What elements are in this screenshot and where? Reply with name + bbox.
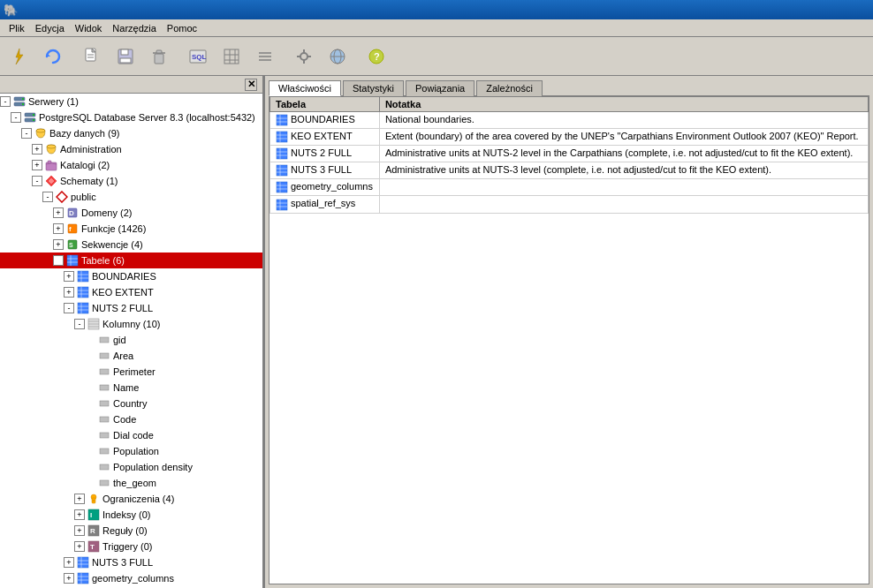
tree-toggle-sequences[interactable]: +	[53, 239, 64, 250]
tree-item-servers[interactable]: -Serwery (1)	[0, 94, 262, 109]
tree-item-sequences[interactable]: +SSekwencje (4)	[0, 237, 262, 253]
tree-item-public[interactable]: -public	[0, 189, 262, 205]
tree-icon-admin	[44, 142, 58, 156]
map-button[interactable]	[322, 41, 353, 72]
tree-toggle-keo[interactable]: +	[64, 287, 74, 298]
tree-item-tables[interactable]: -Tabele (6)	[0, 253, 262, 268]
tree-toggle-boundaries[interactable]: +	[64, 271, 74, 282]
tree-item-col-perimeter[interactable]: Perimeter	[0, 364, 262, 380]
table-row[interactable]: KEO EXTENTExtent (boundary) of the area …	[270, 129, 869, 146]
toolbar: SQL	[0, 37, 873, 76]
main-layout: ✕ -Serwery (1)-PostgreSQL Database Serve…	[0, 76, 873, 588]
tree-toggle-triggers[interactable]: +	[74, 541, 85, 552]
menu-bar: PlikEdycjaWidokNarzędziaPomoc	[0, 19, 873, 37]
tab-statystyki[interactable]: Statystyki	[343, 80, 404, 96]
tree-item-server1[interactable]: -PostgreSQL Database Server 8.3 (localho…	[0, 109, 262, 125]
tools-button[interactable]	[288, 41, 320, 72]
tree-item-nuts2[interactable]: -NUTS 2 FULL	[0, 300, 262, 316]
file-button[interactable]	[76, 41, 108, 72]
tree-toggle-rules[interactable]: +	[74, 525, 85, 536]
menu-item-edycja[interactable]: Edycja	[30, 22, 70, 34]
tab-zaleznosci[interactable]: Zależności	[476, 80, 543, 96]
tree-item-columns[interactable]: -Kolumny (10)	[0, 316, 262, 332]
svg-point-43	[47, 145, 56, 148]
tree-toggle-public[interactable]: -	[42, 192, 53, 202]
tree-toggle-servers[interactable]: -	[0, 96, 11, 107]
tree-toggle-catalogs[interactable]: +	[32, 160, 42, 170]
menu-item-plik[interactable]: Plik	[4, 22, 30, 34]
tree-item-keo[interactable]: +KEO EXTENT	[0, 284, 262, 300]
svg-text:T: T	[90, 543, 95, 551]
tree-item-col-code[interactable]: Code	[0, 411, 262, 427]
tree-item-boundaries[interactable]: +BOUNDARIES	[0, 268, 262, 284]
connect-button[interactable]	[4, 41, 35, 72]
tree-item-rules[interactable]: +RReguły (0)	[0, 523, 262, 539]
svg-rect-67	[78, 303, 88, 313]
tree-toggle-nuts2[interactable]: -	[64, 303, 74, 313]
tree-toggle-tables[interactable]: -	[53, 255, 64, 266]
tree-toggle-nuts3[interactable]: +	[64, 557, 74, 568]
menu-item-narzędzia[interactable]: Narzędzia	[107, 22, 162, 34]
tree-item-col-name[interactable]: Name	[0, 380, 262, 396]
tree-item-col-population[interactable]: Population	[0, 443, 262, 459]
tree-item-geom-cols[interactable]: +geometry_columns	[0, 570, 262, 586]
refresh-button[interactable]	[37, 41, 69, 72]
tree-label-server1: PostgreSQL Database Server 8.3 (localhos…	[39, 112, 255, 123]
svg-rect-84	[100, 480, 109, 486]
tree-toggle-domains[interactable]: +	[53, 207, 64, 218]
tree-item-functions[interactable]: +fFunkcje (1426)	[0, 221, 262, 237]
tree-icon-col-country	[97, 396, 111, 411]
tree-item-triggers[interactable]: +TTriggery (0)	[0, 539, 262, 554]
tree-toggle-server1[interactable]: -	[11, 112, 21, 123]
list-button[interactable]	[249, 41, 281, 72]
tree-toggle-constraints[interactable]: +	[74, 494, 85, 504]
svg-text:I: I	[90, 511, 92, 519]
svg-rect-98	[78, 573, 88, 584]
tree-item-databases[interactable]: -Bazy danych (9)	[0, 125, 262, 141]
table-row[interactable]: spatial_ref_sys	[270, 196, 869, 213]
tree-item-nuts3[interactable]: +NUTS 3 FULL	[0, 554, 262, 570]
tree-item-domains[interactable]: +DDomeny (2)	[0, 205, 262, 221]
help-button[interactable]: ?	[361, 41, 392, 72]
menu-item-widok[interactable]: Widok	[70, 22, 108, 34]
table-row[interactable]: NUTS 3 FULLAdministrative units at NUTS-…	[270, 162, 869, 179]
tree-toggle-indexes[interactable]: +	[74, 509, 85, 520]
tree-item-col-popdensity[interactable]: Population density	[0, 459, 262, 475]
menu-item-pomoc[interactable]: Pomoc	[162, 22, 202, 34]
tree-icon-boundaries	[76, 269, 90, 283]
tab-powiazania[interactable]: Powiązania	[406, 80, 474, 96]
tree-toggle-schemas[interactable]: -	[32, 176, 42, 186]
tree-label-admin: Administration	[60, 144, 122, 155]
tree-item-admin[interactable]: +Administration	[0, 141, 262, 157]
left-panel: ✕ -Serwery (1)-PostgreSQL Database Serve…	[0, 76, 265, 588]
tree-toggle-databases[interactable]: -	[21, 128, 32, 139]
tree-toggle-columns[interactable]: -	[74, 319, 85, 329]
save-button[interactable]	[110, 41, 141, 72]
table-row[interactable]: NUTS 2 FULLAdministrative units at NUTS-…	[270, 146, 869, 162]
tree-item-col-area[interactable]: Area	[0, 348, 262, 364]
tree-item-indexes[interactable]: +IIndeksy (0)	[0, 507, 262, 523]
tree-item-col-geom[interactable]: the_geom	[0, 475, 262, 491]
tree-item-col-country[interactable]: Country	[0, 396, 262, 411]
tree-item-catalogs[interactable]: +Katalogi (2)	[0, 157, 262, 173]
table-row[interactable]: BOUNDARIESNational boundaries.	[270, 112, 869, 129]
table-row[interactable]: geometry_columns	[270, 179, 869, 196]
panel-close-button[interactable]: ✕	[245, 79, 257, 91]
tree-label-col-perimeter: Perimeter	[113, 366, 156, 377]
tree-label-col-area: Area	[113, 351, 133, 361]
tree-toggle-functions[interactable]: +	[53, 223, 64, 234]
tree-item-col-gid[interactable]: gid	[0, 332, 262, 348]
grid-button[interactable]	[216, 41, 247, 72]
tree-toggle-geom-cols[interactable]: +	[64, 573, 74, 584]
tree-item-constraints[interactable]: +Ograniczenia (4)	[0, 491, 262, 507]
svg-rect-63	[78, 287, 88, 298]
sql-button[interactable]: SQL	[182, 41, 214, 72]
svg-rect-79	[100, 401, 109, 406]
tree-item-schemas[interactable]: -Schematy (1)	[0, 173, 262, 189]
tree-item-col-dialcode[interactable]: Dial code	[0, 427, 262, 443]
tree-container[interactable]: -Serwery (1)-PostgreSQL Database Server …	[0, 94, 262, 588]
tab-wlasciwosci[interactable]: Właściwości	[269, 80, 341, 96]
svg-rect-11	[156, 50, 162, 53]
delete-button[interactable]	[143, 41, 175, 72]
tree-toggle-admin[interactable]: +	[32, 144, 42, 155]
